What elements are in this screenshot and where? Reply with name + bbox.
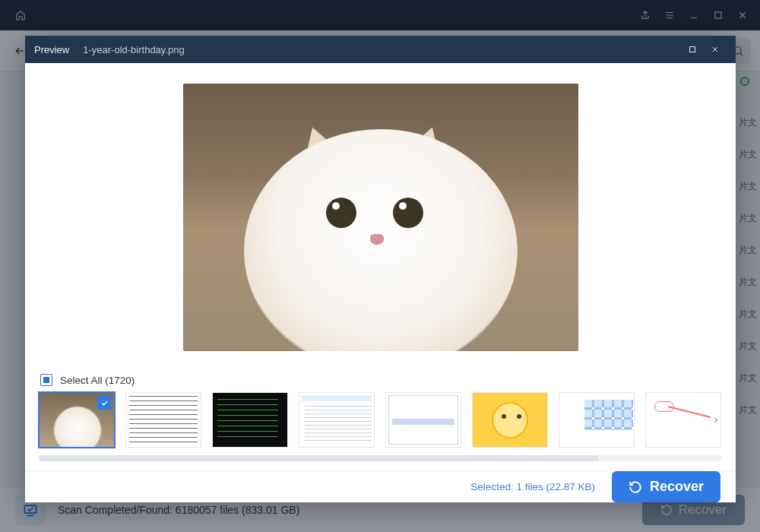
select-all-checkbox[interactable] [40, 374, 52, 386]
thumbnail[interactable] [472, 392, 548, 448]
select-all-label: Select All (1720) [60, 375, 135, 386]
modal-maximize-icon[interactable] [681, 38, 704, 61]
modal-filename: 1-year-old-birthday.png [83, 44, 184, 55]
recover-button[interactable]: Recover [612, 471, 720, 502]
thumbnail[interactable] [559, 392, 635, 448]
thumbnail-scrollbar[interactable] [39, 455, 722, 461]
modal-close-icon[interactable] [704, 38, 727, 61]
thumbnail-section: Select All (1720) [25, 363, 736, 461]
thumbnail-checked-icon [97, 396, 111, 410]
modal-footer: Selected: 1 files (22.87 KB) Recover [25, 470, 736, 502]
thumbnail[interactable] [39, 392, 115, 448]
thumbnail[interactable] [212, 392, 288, 448]
thumbnail[interactable] [125, 392, 201, 448]
selected-count-text: Selected: 1 files (22.87 KB) [470, 481, 595, 492]
svg-rect-3 [690, 47, 695, 52]
thumbs-next-icon[interactable] [707, 402, 725, 439]
preview-modal: Preview 1-year-old-birthday.png Select A… [25, 36, 736, 499]
thumbnail[interactable] [299, 392, 375, 448]
modal-title: Preview [34, 44, 69, 55]
preview-image[interactable] [183, 84, 578, 351]
preview-area [25, 63, 736, 363]
thumbnail-row [39, 392, 722, 448]
thumbnail[interactable] [385, 392, 461, 448]
modal-header: Preview 1-year-old-birthday.png [25, 36, 736, 63]
select-all-row[interactable]: Select All (1720) [40, 374, 722, 386]
recover-button-label: Recover [650, 479, 704, 495]
